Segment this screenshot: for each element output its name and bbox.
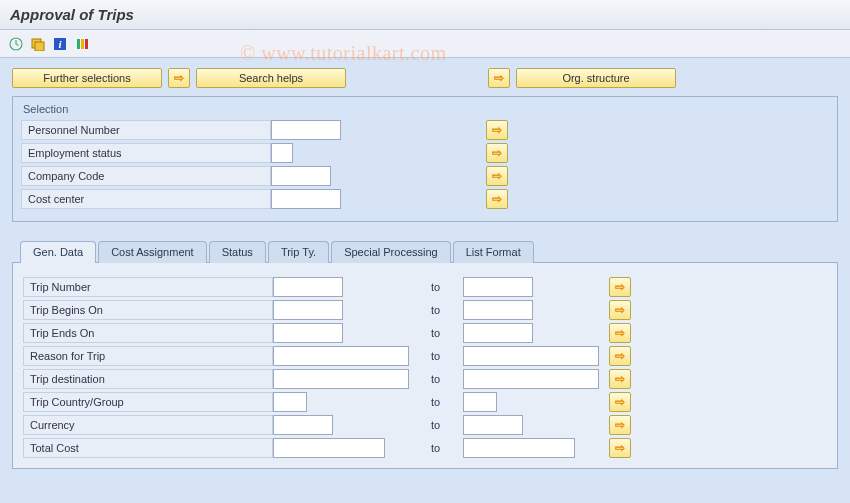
selection-row: Employment status⇨ xyxy=(21,142,829,164)
to-label: to xyxy=(431,281,455,293)
multiple-selection-icon[interactable]: ⇨ xyxy=(609,300,631,320)
gen-data-row: Trip Numberto⇨ xyxy=(23,276,827,298)
svg-rect-7 xyxy=(85,39,88,49)
field-label: Trip Country/Group xyxy=(23,392,273,412)
multiple-selection-icon[interactable]: ⇨ xyxy=(486,166,508,186)
multiple-selection-icon[interactable]: ⇨ xyxy=(609,369,631,389)
from-input[interactable] xyxy=(273,277,343,297)
field-label: Total Cost xyxy=(23,438,273,458)
info-icon[interactable]: i xyxy=(52,36,68,52)
to-input[interactable] xyxy=(463,277,533,297)
selection-row: Company Code⇨ xyxy=(21,165,829,187)
gen-data-row: Currencyto⇨ xyxy=(23,414,827,436)
tab-cost-assignment[interactable]: Cost Assignment xyxy=(98,241,207,263)
from-input[interactable] xyxy=(273,323,343,343)
gen-data-row: Trip Ends Onto⇨ xyxy=(23,322,827,344)
gen-data-row: Total Costto⇨ xyxy=(23,437,827,459)
org-structure-button[interactable]: Org. structure xyxy=(516,68,676,88)
tab-trip-ty[interactable]: Trip Ty. xyxy=(268,241,329,263)
to-input[interactable] xyxy=(463,438,575,458)
tab-list-format[interactable]: List Format xyxy=(453,241,534,263)
tab-gen-data[interactable]: Gen. Data xyxy=(20,241,96,263)
multiple-selection-icon[interactable]: ⇨ xyxy=(609,392,631,412)
content-area: Further selections ⇨ Search helps ⇨ Org.… xyxy=(0,58,850,503)
variant-icon[interactable] xyxy=(74,36,90,52)
field-label: Company Code xyxy=(21,166,271,186)
multiple-selection-icon[interactable]: ⇨ xyxy=(609,346,631,366)
to-input[interactable] xyxy=(463,369,599,389)
from-input[interactable] xyxy=(273,300,343,320)
toolbar: i xyxy=(0,30,850,58)
field-label: Trip destination xyxy=(23,369,273,389)
field-label: Trip Ends On xyxy=(23,323,273,343)
selection-input[interactable] xyxy=(271,166,331,186)
multiple-selection-icon[interactable]: ⇨ xyxy=(486,120,508,140)
field-label: Personnel Number xyxy=(21,120,271,140)
to-label: to xyxy=(431,350,455,362)
to-label: to xyxy=(431,304,455,316)
gen-data-panel: Trip Numberto⇨Trip Begins Onto⇨Trip Ends… xyxy=(12,263,838,469)
selection-input[interactable] xyxy=(271,189,341,209)
tab-status[interactable]: Status xyxy=(209,241,266,263)
to-label: to xyxy=(431,396,455,408)
to-input[interactable] xyxy=(463,392,497,412)
to-label: to xyxy=(431,419,455,431)
selection-group: Selection Personnel Number⇨Employment st… xyxy=(12,96,838,222)
to-label: to xyxy=(431,373,455,385)
to-label: to xyxy=(431,327,455,339)
arrow-icon[interactable]: ⇨ xyxy=(168,68,190,88)
to-input[interactable] xyxy=(463,346,599,366)
further-selections-button[interactable]: Further selections xyxy=(12,68,162,88)
multiple-selection-icon[interactable]: ⇨ xyxy=(486,189,508,209)
search-helps-button[interactable]: Search helps xyxy=(196,68,346,88)
selection-input[interactable] xyxy=(271,143,293,163)
from-input[interactable] xyxy=(273,346,409,366)
selection-row: Personnel Number⇨ xyxy=(21,119,829,141)
page-title: Approval of Trips xyxy=(0,0,850,30)
from-input[interactable] xyxy=(273,392,307,412)
tab-bar: Gen. DataCost AssignmentStatusTrip Ty.Sp… xyxy=(12,240,838,263)
gen-data-row: Trip destinationto⇨ xyxy=(23,368,827,390)
to-input[interactable] xyxy=(463,415,523,435)
field-label: Reason for Trip xyxy=(23,346,273,366)
to-input[interactable] xyxy=(463,300,533,320)
field-label: Cost center xyxy=(21,189,271,209)
field-label: Trip Begins On xyxy=(23,300,273,320)
svg-rect-6 xyxy=(81,39,84,49)
selection-input[interactable] xyxy=(271,120,341,140)
gen-data-row: Trip Country/Groupto⇨ xyxy=(23,391,827,413)
tab-special-processing[interactable]: Special Processing xyxy=(331,241,451,263)
multiple-selection-icon[interactable]: ⇨ xyxy=(486,143,508,163)
execute-icon[interactable] xyxy=(30,36,46,52)
from-input[interactable] xyxy=(273,415,333,435)
multiple-selection-icon[interactable]: ⇨ xyxy=(609,323,631,343)
svg-rect-5 xyxy=(77,39,80,49)
selection-group-title: Selection xyxy=(21,103,829,115)
field-label: Employment status xyxy=(21,143,271,163)
to-input[interactable] xyxy=(463,323,533,343)
from-input[interactable] xyxy=(273,369,409,389)
gen-data-row: Trip Begins Onto⇨ xyxy=(23,299,827,321)
svg-rect-2 xyxy=(35,42,44,51)
from-input[interactable] xyxy=(273,438,385,458)
button-row: Further selections ⇨ Search helps ⇨ Org.… xyxy=(12,68,838,88)
selection-row: Cost center⇨ xyxy=(21,188,829,210)
to-label: to xyxy=(431,442,455,454)
multiple-selection-icon[interactable]: ⇨ xyxy=(609,415,631,435)
field-label: Currency xyxy=(23,415,273,435)
multiple-selection-icon[interactable]: ⇨ xyxy=(609,438,631,458)
clock-icon[interactable] xyxy=(8,36,24,52)
gen-data-row: Reason for Tripto⇨ xyxy=(23,345,827,367)
arrow-icon[interactable]: ⇨ xyxy=(488,68,510,88)
field-label: Trip Number xyxy=(23,277,273,297)
multiple-selection-icon[interactable]: ⇨ xyxy=(609,277,631,297)
